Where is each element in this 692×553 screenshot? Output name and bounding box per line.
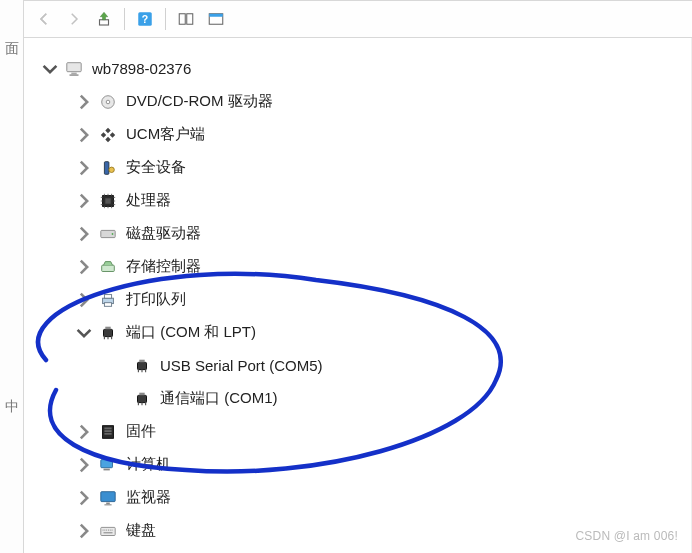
port-icon [132, 390, 152, 408]
tree-item-label: 磁盘驱动器 [126, 224, 201, 243]
chevron-right-icon[interactable] [76, 226, 92, 242]
chevron-right-icon[interactable] [76, 292, 92, 308]
tree-item-label: 计算机 [126, 455, 171, 474]
chevron-right-icon[interactable] [76, 457, 92, 473]
tree-item[interactable]: 处理器 [24, 184, 691, 217]
tree-item-label: 安全设备 [126, 158, 186, 177]
computer-icon [64, 60, 84, 78]
tree-item-label: 处理器 [126, 191, 171, 210]
up-icon [95, 10, 113, 28]
svg-rect-3 [179, 14, 185, 25]
tree-item[interactable]: !其他设备 [24, 547, 691, 553]
tree-item[interactable]: 安全设备 [24, 151, 691, 184]
disk-icon [98, 225, 118, 243]
svg-rect-4 [187, 14, 193, 25]
tree-item[interactable]: 通信端口 (COM1) [24, 382, 691, 415]
svg-rect-36 [104, 504, 111, 505]
tree-item-label: USB Serial Port (COM5) [160, 357, 323, 374]
port-icon [132, 357, 152, 375]
svg-rect-0 [100, 20, 109, 25]
tree-item-label: 固件 [126, 422, 156, 441]
svg-rect-35 [106, 502, 110, 504]
left-clipped-strip: 面 中 [0, 0, 24, 553]
security-icon [98, 159, 118, 177]
chevron-right-icon[interactable] [76, 127, 92, 143]
chevron-right-icon[interactable] [76, 424, 92, 440]
forward-icon [65, 10, 83, 28]
tree-item-label: DVD/CD-ROM 驱动器 [126, 92, 273, 111]
svg-rect-32 [101, 459, 113, 467]
tree-item[interactable]: USB Serial Port (COM5) [24, 349, 691, 382]
tree-item[interactable]: 打印队列 [24, 283, 691, 316]
chevron-right-icon[interactable] [76, 259, 92, 275]
help-icon: ? [136, 10, 154, 28]
svg-rect-9 [70, 74, 79, 75]
cpu-icon [98, 192, 118, 210]
chevron-right-icon[interactable] [76, 94, 92, 110]
tree-item[interactable]: 存储控制器 [24, 250, 691, 283]
view-panes-icon [177, 10, 195, 28]
svg-point-11 [106, 100, 110, 104]
svg-rect-34 [101, 491, 115, 501]
svg-rect-15 [105, 198, 110, 203]
details-pane-button[interactable] [202, 5, 230, 33]
printer-icon [98, 291, 118, 309]
details-pane-icon [207, 10, 225, 28]
tree-root[interactable]: wb7898-02376 [24, 52, 691, 85]
tree-item[interactable]: 计算机 [24, 448, 691, 481]
tree-item-label: UCM客户端 [126, 125, 205, 144]
strip-char: 中 [5, 398, 19, 416]
monitor-icon [98, 489, 118, 507]
svg-rect-29 [104, 427, 111, 429]
svg-rect-31 [104, 432, 111, 434]
tree-item[interactable]: 端口 (COM 和 LPT) [24, 316, 691, 349]
tree-item[interactable]: DVD/CD-ROM 驱动器 [24, 85, 691, 118]
tree-item[interactable]: UCM客户端 [24, 118, 691, 151]
svg-rect-26 [138, 395, 147, 402]
toolbar: ? [24, 0, 692, 38]
tree-item-label: 通信端口 (COM1) [160, 389, 278, 408]
back-icon [35, 10, 53, 28]
back-button[interactable] [30, 5, 58, 33]
tree-item-label: 监视器 [126, 488, 171, 507]
svg-rect-6 [209, 14, 223, 17]
svg-rect-12 [104, 161, 109, 174]
up-button[interactable] [90, 5, 118, 33]
chevron-right-icon[interactable] [76, 193, 92, 209]
tree-item[interactable]: 固件 [24, 415, 691, 448]
chevron-down-icon[interactable] [42, 61, 58, 77]
svg-rect-24 [138, 362, 147, 369]
ucm-icon [98, 126, 118, 144]
strip-char: 面 [5, 40, 19, 58]
keyboard-icon [98, 522, 118, 540]
disc-icon [98, 93, 118, 111]
tree-item-label: 键盘 [126, 521, 156, 540]
storage-icon [98, 258, 118, 276]
help-button[interactable]: ? [131, 5, 159, 33]
device-tree: wb7898-02376 DVD/CD-ROM 驱动器UCM客户端安全设备处理器… [24, 38, 692, 553]
view-panes-button[interactable] [172, 5, 200, 33]
svg-rect-20 [104, 294, 111, 298]
svg-point-17 [112, 233, 114, 235]
svg-rect-23 [105, 326, 110, 329]
tree-item-label: 端口 (COM 和 LPT) [126, 323, 256, 342]
svg-rect-37 [101, 527, 115, 535]
chevron-down-icon[interactable] [76, 325, 92, 341]
watermark: CSDN @I am 006! [575, 529, 678, 543]
chevron-right-icon[interactable] [76, 523, 92, 539]
svg-rect-8 [71, 72, 76, 74]
firmware-icon [98, 423, 118, 441]
tree-item[interactable]: 监视器 [24, 481, 691, 514]
toolbar-separator [165, 8, 166, 30]
tree-root-label: wb7898-02376 [92, 60, 191, 77]
svg-rect-22 [104, 329, 113, 336]
chevron-right-icon[interactable] [76, 160, 92, 176]
chevron-right-icon[interactable] [76, 490, 92, 506]
forward-button[interactable] [60, 5, 88, 33]
svg-text:?: ? [142, 13, 148, 25]
svg-rect-7 [67, 62, 81, 71]
port-icon [98, 324, 118, 342]
tree-item[interactable]: 磁盘驱动器 [24, 217, 691, 250]
pc-icon [98, 456, 118, 474]
svg-rect-33 [104, 468, 110, 470]
